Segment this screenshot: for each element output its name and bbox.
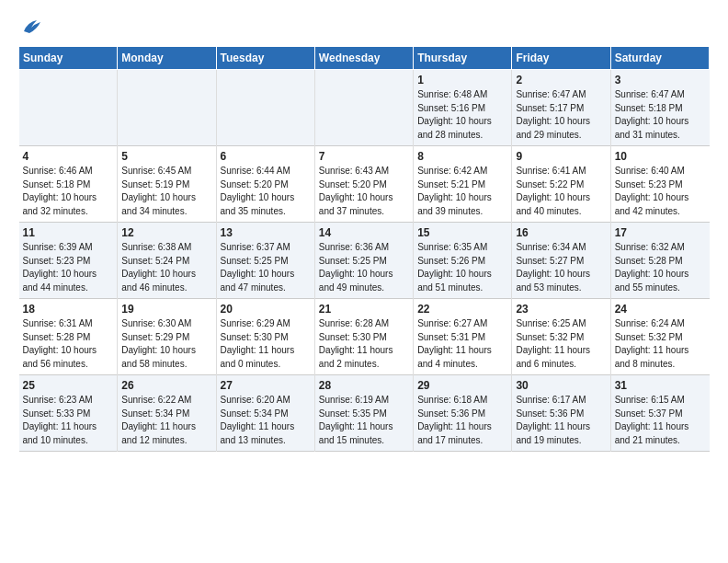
day-number: 16	[516, 226, 606, 239]
day-info: Sunrise: 6:40 AM Sunset: 5:23 PM Dayligh…	[615, 165, 706, 218]
calendar-cell: 3Sunrise: 6:47 AM Sunset: 5:18 PM Daylig…	[610, 70, 709, 146]
column-header-monday: Monday	[118, 47, 216, 70]
day-info: Sunrise: 6:37 AM Sunset: 5:25 PM Dayligh…	[221, 241, 311, 294]
day-number: 19	[121, 303, 211, 316]
column-header-saturday: Saturday	[610, 47, 709, 70]
day-info: Sunrise: 6:31 AM Sunset: 5:28 PM Dayligh…	[23, 317, 114, 371]
day-info: Sunrise: 6:15 AM Sunset: 5:37 PM Dayligh…	[615, 394, 706, 447]
day-number: 23	[516, 303, 606, 316]
day-number: 22	[417, 303, 507, 316]
day-info: Sunrise: 6:47 AM Sunset: 5:17 PM Dayligh…	[516, 88, 606, 142]
calendar-cell	[19, 70, 118, 146]
day-info: Sunrise: 6:17 AM Sunset: 5:36 PM Dayligh…	[516, 394, 606, 447]
day-number: 13	[221, 226, 311, 239]
calendar-cell: 19Sunrise: 6:30 AM Sunset: 5:29 PM Dayli…	[118, 299, 216, 375]
calendar-week-row: 11Sunrise: 6:39 AM Sunset: 5:23 PM Dayli…	[19, 223, 710, 299]
day-info: Sunrise: 6:36 AM Sunset: 5:25 PM Dayligh…	[319, 241, 409, 294]
day-info: Sunrise: 6:27 AM Sunset: 5:31 PM Dayligh…	[417, 317, 507, 371]
day-number: 30	[516, 379, 606, 392]
day-number: 7	[319, 150, 409, 163]
calendar-cell: 18Sunrise: 6:31 AM Sunset: 5:28 PM Dayli…	[19, 299, 118, 375]
day-number: 15	[417, 226, 507, 239]
calendar-cell: 14Sunrise: 6:36 AM Sunset: 5:25 PM Dayli…	[314, 223, 413, 299]
calendar-cell	[118, 70, 216, 146]
day-number: 8	[417, 150, 507, 163]
calendar-cell: 24Sunrise: 6:24 AM Sunset: 5:32 PM Dayli…	[610, 299, 709, 375]
day-info: Sunrise: 6:18 AM Sunset: 5:36 PM Dayligh…	[417, 394, 507, 447]
calendar-cell: 1Sunrise: 6:48 AM Sunset: 5:16 PM Daylig…	[414, 70, 512, 146]
calendar-cell: 23Sunrise: 6:25 AM Sunset: 5:32 PM Dayli…	[512, 299, 610, 375]
calendar-cell: 11Sunrise: 6:39 AM Sunset: 5:23 PM Dayli…	[19, 223, 118, 299]
calendar-cell: 7Sunrise: 6:43 AM Sunset: 5:20 PM Daylig…	[314, 146, 413, 223]
day-info: Sunrise: 6:34 AM Sunset: 5:27 PM Dayligh…	[516, 241, 606, 294]
day-number: 24	[615, 303, 706, 316]
calendar-cell: 10Sunrise: 6:40 AM Sunset: 5:23 PM Dayli…	[610, 146, 709, 223]
calendar-cell: 29Sunrise: 6:18 AM Sunset: 5:36 PM Dayli…	[414, 375, 512, 452]
calendar-cell: 4Sunrise: 6:46 AM Sunset: 5:18 PM Daylig…	[19, 146, 118, 223]
calendar-cell: 30Sunrise: 6:17 AM Sunset: 5:36 PM Dayli…	[512, 375, 610, 452]
calendar-cell: 9Sunrise: 6:41 AM Sunset: 5:22 PM Daylig…	[512, 146, 610, 223]
day-number: 1	[417, 74, 507, 86]
day-number: 28	[319, 379, 409, 392]
day-info: Sunrise: 6:35 AM Sunset: 5:26 PM Dayligh…	[417, 241, 507, 294]
day-info: Sunrise: 6:22 AM Sunset: 5:34 PM Dayligh…	[121, 394, 211, 447]
day-info: Sunrise: 6:38 AM Sunset: 5:24 PM Dayligh…	[121, 241, 211, 294]
day-number: 12	[121, 226, 211, 239]
column-header-tuesday: Tuesday	[216, 47, 314, 70]
day-info: Sunrise: 6:19 AM Sunset: 5:35 PM Dayligh…	[319, 394, 409, 447]
day-number: 14	[319, 226, 409, 239]
day-number: 20	[221, 303, 311, 316]
column-header-friday: Friday	[512, 47, 610, 70]
calendar-cell: 21Sunrise: 6:28 AM Sunset: 5:30 PM Dayli…	[314, 299, 413, 375]
calendar-cell: 5Sunrise: 6:45 AM Sunset: 5:19 PM Daylig…	[118, 146, 216, 223]
calendar-cell: 31Sunrise: 6:15 AM Sunset: 5:37 PM Dayli…	[610, 375, 709, 452]
calendar-cell: 13Sunrise: 6:37 AM Sunset: 5:25 PM Dayli…	[216, 223, 314, 299]
calendar-cell: 26Sunrise: 6:22 AM Sunset: 5:34 PM Dayli…	[118, 375, 216, 452]
day-info: Sunrise: 6:30 AM Sunset: 5:29 PM Dayligh…	[121, 317, 211, 371]
day-info: Sunrise: 6:25 AM Sunset: 5:32 PM Dayligh…	[516, 317, 606, 371]
calendar-cell: 28Sunrise: 6:19 AM Sunset: 5:35 PM Dayli…	[314, 375, 413, 452]
calendar-week-row: 1Sunrise: 6:48 AM Sunset: 5:16 PM Daylig…	[19, 70, 710, 146]
calendar-cell: 27Sunrise: 6:20 AM Sunset: 5:34 PM Dayli…	[216, 375, 314, 452]
day-info: Sunrise: 6:20 AM Sunset: 5:34 PM Dayligh…	[221, 394, 311, 447]
day-info: Sunrise: 6:32 AM Sunset: 5:28 PM Dayligh…	[615, 241, 706, 294]
day-info: Sunrise: 6:41 AM Sunset: 5:22 PM Dayligh…	[516, 165, 606, 218]
logo-bird-icon	[18, 15, 44, 40]
day-number: 26	[121, 379, 211, 392]
day-number: 9	[516, 150, 606, 163]
day-number: 17	[615, 226, 706, 239]
day-number: 11	[23, 226, 114, 239]
day-info: Sunrise: 6:45 AM Sunset: 5:19 PM Dayligh…	[121, 165, 211, 218]
page-header	[18, 15, 710, 40]
calendar-cell: 16Sunrise: 6:34 AM Sunset: 5:27 PM Dayli…	[512, 223, 610, 299]
day-number: 31	[615, 379, 706, 392]
column-header-wednesday: Wednesday	[314, 47, 413, 70]
day-info: Sunrise: 6:42 AM Sunset: 5:21 PM Dayligh…	[417, 165, 507, 218]
day-number: 18	[23, 303, 114, 316]
day-number: 25	[23, 379, 114, 392]
calendar-cell	[216, 70, 314, 146]
calendar-cell: 25Sunrise: 6:23 AM Sunset: 5:33 PM Dayli…	[19, 375, 118, 452]
calendar-table: SundayMondayTuesdayWednesdayThursdayFrid…	[18, 46, 710, 452]
calendar-cell: 17Sunrise: 6:32 AM Sunset: 5:28 PM Dayli…	[610, 223, 709, 299]
calendar-week-row: 25Sunrise: 6:23 AM Sunset: 5:33 PM Dayli…	[19, 375, 710, 452]
calendar-week-row: 18Sunrise: 6:31 AM Sunset: 5:28 PM Dayli…	[19, 299, 710, 375]
calendar-cell: 15Sunrise: 6:35 AM Sunset: 5:26 PM Dayli…	[414, 223, 512, 299]
calendar-header-row: SundayMondayTuesdayWednesdayThursdayFrid…	[19, 47, 710, 70]
calendar-cell: 20Sunrise: 6:29 AM Sunset: 5:30 PM Dayli…	[216, 299, 314, 375]
calendar-cell: 22Sunrise: 6:27 AM Sunset: 5:31 PM Dayli…	[414, 299, 512, 375]
calendar-cell: 2Sunrise: 6:47 AM Sunset: 5:17 PM Daylig…	[512, 70, 610, 146]
day-info: Sunrise: 6:28 AM Sunset: 5:30 PM Dayligh…	[319, 317, 409, 371]
day-number: 21	[319, 303, 409, 316]
day-info: Sunrise: 6:44 AM Sunset: 5:20 PM Dayligh…	[221, 165, 311, 218]
calendar-cell	[314, 70, 413, 146]
day-info: Sunrise: 6:47 AM Sunset: 5:18 PM Dayligh…	[615, 88, 706, 142]
day-number: 6	[221, 150, 311, 163]
day-number: 10	[615, 150, 706, 163]
calendar-cell: 12Sunrise: 6:38 AM Sunset: 5:24 PM Dayli…	[118, 223, 216, 299]
day-info: Sunrise: 6:48 AM Sunset: 5:16 PM Dayligh…	[417, 88, 507, 142]
column-header-thursday: Thursday	[414, 47, 512, 70]
day-info: Sunrise: 6:46 AM Sunset: 5:18 PM Dayligh…	[23, 165, 114, 218]
day-info: Sunrise: 6:23 AM Sunset: 5:33 PM Dayligh…	[23, 394, 114, 447]
day-number: 29	[417, 379, 507, 392]
